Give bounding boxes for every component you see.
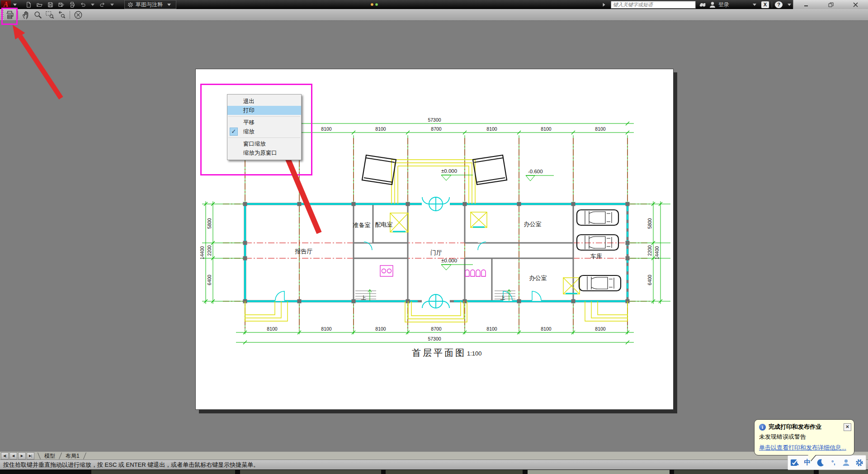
tab-nav-first[interactable]: ◀| [1,452,9,460]
open-file-icon[interactable] [36,1,43,8]
communication-center-icon [371,3,373,6]
svg-text:6400: 6400 [207,275,212,285]
room-label-office-bottom: 办公室 [529,275,547,281]
preview-canvas[interactable]: 57300 8100 8100 8100 8700 8100 8100 8100… [0,20,868,451]
search-binoculars-icon[interactable] [698,1,707,8]
window-controls [793,0,868,9]
entrance-bottom [245,294,627,322]
menu-separator [228,137,300,138]
menu-item-print[interactable]: 打印 [227,106,301,115]
tab-layout1[interactable]: 布局1 [64,452,81,460]
svg-text:8100: 8100 [375,126,386,132]
room-label-power: 配电室 [375,221,393,228]
quick-access-toolbar [25,1,114,8]
save-icon[interactable] [47,1,54,8]
tab-nav-last[interactable]: ▶| [27,452,34,460]
ime-punctuation-icon[interactable]: °, [828,457,839,468]
svg-text:-0.600: -0.600 [528,169,543,174]
balloon-details-link[interactable]: 单击以查看打印和发布详细信息... [755,442,854,452]
zoom-button[interactable] [32,10,44,20]
svg-text:8100: 8100 [375,326,386,332]
room-label-prep: 准备室 [353,222,371,228]
dim-total-bottom: 57300 [428,336,441,341]
search-input[interactable] [611,1,696,9]
info-icon: i [759,424,766,431]
ime-user-icon[interactable] [841,457,852,468]
svg-text:8100: 8100 [541,126,552,132]
help-icon[interactable]: ? [775,1,783,8]
plot-icon[interactable] [69,1,75,8]
context-menu: 退出 打印 平移 ✓缩放 窗口缩放 缩放为原窗口 [227,94,302,160]
svg-text:8100: 8100 [486,326,497,332]
tab-nav-prev[interactable]: ◀ [9,452,17,460]
svg-text:8100: 8100 [541,326,552,332]
taskbar-button-active[interactable] [528,470,670,474]
room-label-office-top: 办公室 [524,221,542,228]
windows-taskbar [0,469,868,474]
balloon-tail [808,455,816,461]
app-menu-caret-icon[interactable] [13,4,17,6]
taskbar-button[interactable] [91,470,235,474]
menu-item-zoom-window[interactable]: 窗口缩放 [227,139,301,148]
svg-text:5800: 5800 [647,218,652,229]
svg-text:14400: 14400 [199,246,205,259]
autocad-print-preview-window: A 草图与注释 登录 X ? [0,0,868,474]
restore-button[interactable] [823,1,839,8]
login-link[interactable]: 登录 [718,1,729,9]
sanitary-fixtures [380,265,486,276]
pan-button[interactable] [20,10,32,20]
svg-text:8100: 8100 [595,126,606,132]
workspace-switcher[interactable]: 草图与注释 [124,0,176,9]
workspace-label: 草图与注释 [136,1,163,9]
svg-text:2200: 2200 [207,245,212,256]
menu-item-zoom-original[interactable]: 缩放为原窗口 [227,148,301,157]
tab-model[interactable]: 模型 [42,452,57,460]
redo-icon[interactable] [99,1,106,8]
redo-caret-icon[interactable] [110,4,114,6]
undo-caret-icon[interactable] [91,4,94,6]
taskbar-button[interactable] [386,470,523,474]
svg-text:8100: 8100 [595,326,606,332]
checkmark-icon: ✓ [230,128,238,136]
taskbar-button[interactable] [674,470,814,474]
undo-icon[interactable] [80,1,86,8]
level-markers: ±0.000 -0.600 ±0.000 [441,168,554,270]
balloon-close-button[interactable]: ✕ [844,423,851,431]
svg-text:8700: 8700 [431,326,442,332]
taskbar-button[interactable] [819,470,868,474]
zoom-window-button[interactable] [44,10,56,20]
svg-text:2200: 2200 [647,245,652,256]
menu-item-pan[interactable]: 平移 [227,118,301,127]
taskbar-button[interactable] [240,470,381,474]
close-button[interactable] [848,1,863,8]
svg-text:首层平面图: 首层平面图 [412,348,466,358]
infocenter: 登录 X ? [600,0,793,9]
status-hint-text: 按住拾取键并垂直拖动以进行缩放，按 ESC 或 ENTER 键退出，或者单击鼠标… [3,461,259,468]
login-caret-icon[interactable] [753,4,756,6]
exchange-apps-icon[interactable]: X [761,1,769,8]
close-preview-button[interactable] [72,10,84,20]
svg-text:8100: 8100 [486,126,497,132]
title-bar: A 草图与注释 登录 X ? [0,0,868,9]
svg-text:8700: 8700 [431,126,442,132]
svg-text:±0.000: ±0.000 [441,168,457,174]
svg-text:8100: 8100 [267,326,278,332]
help-caret-icon[interactable] [788,4,791,6]
ime-fullwidth-moon-icon[interactable] [815,457,826,468]
minimize-button[interactable] [798,1,814,8]
ime-pen-icon[interactable] [789,457,800,468]
user-icon [709,1,716,8]
ime-settings-gear-icon[interactable] [854,457,865,468]
room-label-hall: 报告厅 [295,248,313,255]
garage-cars [577,210,621,291]
new-file-icon[interactable] [25,1,32,8]
save-as-icon[interactable] [58,1,65,8]
menu-item-zoom[interactable]: ✓缩放 [227,127,301,136]
sync-status-icon [375,3,378,6]
layout-tab-bar: ◀| ◀ ▶ ▶| 模型 布局1 [0,451,868,460]
menu-item-exit[interactable]: 退出 [227,97,301,106]
search-expand-icon[interactable] [603,3,605,6]
zoom-previous-button[interactable] [56,10,67,20]
tab-nav-next[interactable]: ▶ [18,452,26,460]
svg-text:8100: 8100 [321,326,332,332]
